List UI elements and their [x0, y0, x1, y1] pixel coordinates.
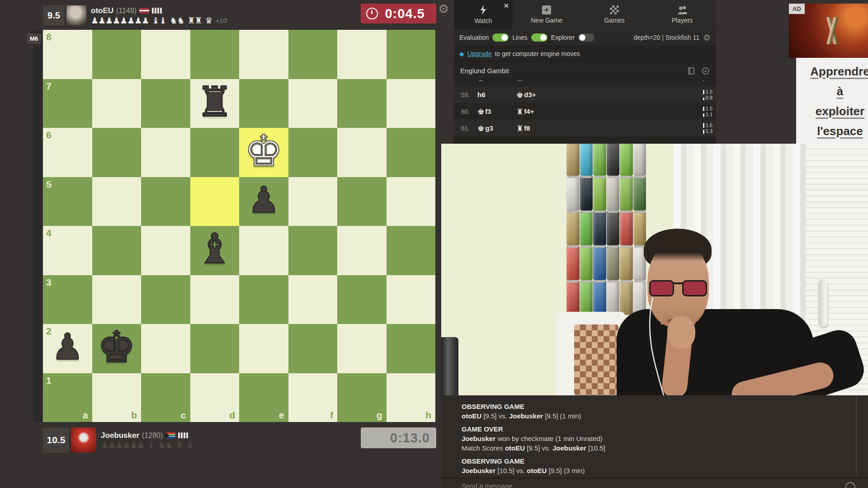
piece-white-king-e6[interactable]: ♚ — [244, 129, 283, 173]
move-white[interactable]: ♚g3 — [477, 124, 516, 133]
tab-watch[interactable]: Watch✕ — [454, 0, 513, 29]
square-a3[interactable]: 3 — [43, 275, 92, 324]
square-e4[interactable] — [239, 226, 288, 275]
square-g7[interactable] — [337, 79, 387, 128]
toggle-explorer[interactable] — [578, 33, 594, 42]
square-b7[interactable] — [92, 79, 142, 128]
square-f1[interactable]: f — [288, 373, 338, 422]
square-h6[interactable] — [387, 128, 436, 177]
square-f3[interactable] — [288, 275, 338, 324]
ad-link-line[interactable]: l'espace — [817, 124, 863, 138]
emoji-icon[interactable] — [845, 482, 855, 488]
ad-text-card[interactable]: Apprendreàexploiterl'espace — [796, 58, 868, 145]
square-d3[interactable] — [190, 275, 240, 324]
bottom-player-name[interactable]: Joebusker — [101, 431, 139, 440]
square-h8[interactable] — [387, 30, 436, 79]
board-settings-gear-icon[interactable]: ⚙ — [438, 2, 449, 16]
ad-link-line[interactable]: Apprendre — [810, 65, 868, 79]
move-black[interactable]: ♜e3 — [516, 80, 703, 83]
advertisement[interactable]: AD Apprendreàexploiterl'espace — [789, 4, 868, 145]
square-e3[interactable] — [239, 275, 288, 324]
square-h5[interactable] — [387, 177, 436, 226]
square-f5[interactable] — [288, 177, 338, 226]
move-white[interactable]: ♚h4 — [477, 80, 516, 83]
square-g1[interactable]: g — [337, 373, 387, 422]
move-black[interactable]: ♜f8 — [516, 124, 703, 133]
square-h7[interactable] — [387, 79, 436, 128]
square-e1[interactable]: e — [239, 373, 288, 422]
square-c4[interactable] — [141, 226, 190, 275]
square-b4[interactable] — [92, 226, 142, 275]
move-list[interactable]: 58.♚h4♜e31.859.h6♚d3+1.50.860.♚f3♜f4+1.5… — [454, 80, 716, 153]
square-f2[interactable] — [288, 324, 338, 373]
square-a4[interactable]: 4 — [43, 226, 92, 275]
piece-black-rook-d7[interactable]: ♜ — [196, 81, 233, 123]
square-d4[interactable]: ♝ — [190, 226, 240, 275]
explorer-compass-icon[interactable] — [702, 67, 710, 75]
piece-black-pawn-a2[interactable]: ♟ — [51, 329, 84, 365]
tab-players[interactable]: Players — [648, 0, 716, 29]
top-player-name[interactable]: otoEU — [91, 6, 113, 15]
square-f8[interactable] — [288, 30, 338, 79]
square-a2[interactable]: 2♟ — [43, 324, 92, 373]
move-black[interactable]: ♜f4+ — [516, 107, 703, 116]
square-d7[interactable]: ♜ — [190, 79, 240, 128]
move-row-60[interactable]: 60.♚f3♜f4+1.51.1 — [454, 103, 716, 120]
square-e6[interactable]: ♚ — [239, 128, 288, 177]
toggle-lines[interactable] — [531, 33, 547, 42]
tab-new-game[interactable]: +New Game — [513, 0, 580, 29]
square-b8[interactable] — [92, 30, 142, 79]
square-d2[interactable] — [190, 324, 240, 373]
square-f4[interactable] — [288, 226, 338, 275]
square-b5[interactable] — [92, 177, 142, 226]
square-c1[interactable]: c — [141, 373, 190, 422]
square-g4[interactable] — [337, 226, 387, 275]
move-white[interactable]: h6 — [477, 91, 516, 99]
square-a1[interactable]: 1a — [43, 373, 92, 422]
close-icon[interactable]: ✕ — [503, 2, 509, 10]
square-e7[interactable] — [239, 79, 288, 128]
square-b6[interactable] — [92, 128, 142, 177]
ad-link-line[interactable]: exploiter — [816, 104, 864, 118]
square-a7[interactable]: 7 — [43, 79, 92, 128]
engine-settings-gear-icon[interactable]: ⚙ — [703, 33, 711, 42]
square-a8[interactable]: 8 — [43, 30, 92, 79]
square-g3[interactable] — [337, 275, 387, 324]
tab-games[interactable]: Games — [580, 0, 648, 29]
square-c6[interactable] — [141, 128, 190, 177]
square-d5[interactable] — [190, 177, 240, 226]
move-row-58[interactable]: 58.♚h4♜e31.8 — [454, 80, 716, 86]
square-g5[interactable] — [337, 177, 387, 226]
square-h1[interactable]: h — [387, 373, 436, 422]
piece-black-pawn-e5[interactable]: ♟ — [247, 182, 280, 218]
square-c5[interactable] — [141, 177, 190, 226]
square-g2[interactable] — [337, 324, 387, 373]
square-h4[interactable] — [387, 226, 436, 275]
square-c7[interactable] — [141, 79, 190, 128]
square-b3[interactable] — [92, 275, 142, 324]
move-white[interactable]: ♚f3 — [477, 107, 516, 116]
square-b2[interactable]: ♚ — [92, 324, 142, 373]
square-a5[interactable]: 5 — [43, 177, 92, 226]
piece-black-king-b2[interactable]: ♚ — [97, 325, 136, 369]
bottom-player-avatar[interactable] — [71, 427, 96, 453]
square-d6[interactable] — [190, 128, 240, 177]
square-a6[interactable]: 6 — [43, 128, 92, 177]
ad-link-line[interactable]: à — [837, 84, 843, 99]
square-e8[interactable] — [239, 30, 288, 79]
square-h2[interactable] — [387, 324, 436, 373]
square-e2[interactable] — [239, 324, 288, 373]
chess-board[interactable]: 87♜6♚5♟4♝32♟♚1abcdefgh — [43, 30, 435, 422]
square-f7[interactable] — [288, 79, 338, 128]
move-row-59[interactable]: 59.h6♚d3+1.50.8 — [454, 86, 716, 103]
square-g8[interactable] — [337, 30, 387, 79]
square-e5[interactable]: ♟ — [239, 177, 288, 226]
square-d8[interactable] — [190, 30, 240, 79]
square-c8[interactable] — [141, 30, 190, 79]
openings-book-icon[interactable] — [687, 67, 695, 75]
square-g6[interactable] — [337, 128, 387, 177]
chat-input[interactable]: Send a message — [462, 482, 513, 488]
square-c3[interactable] — [141, 275, 190, 324]
upgrade-link[interactable]: Upgrade — [467, 50, 492, 57]
piece-black-bishop-d4[interactable]: ♝ — [196, 228, 233, 270]
